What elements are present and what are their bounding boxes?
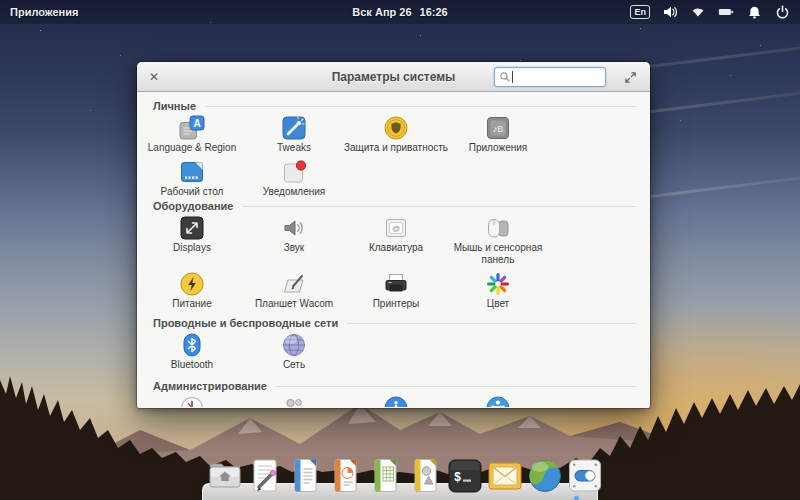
section-header-personal: Личные	[139, 100, 648, 112]
universal-access-icon	[485, 395, 511, 407]
top-panel: Приложения Вск Апр 2616:26 En	[0, 0, 800, 24]
impress-presentation-icon	[326, 456, 364, 500]
svg-text:♪B: ♪B	[493, 124, 504, 134]
search-input[interactable]	[513, 71, 593, 83]
user-accounts-icon	[281, 395, 307, 407]
terminal-icon: $	[446, 456, 484, 500]
keyboard-layout-indicator[interactable]: En	[630, 5, 650, 19]
power-icon[interactable]	[774, 4, 790, 20]
tile-printers[interactable]: Принтеры	[345, 271, 447, 310]
tile-security-privacy[interactable]: Защита и приватность	[345, 115, 447, 154]
files-icon	[206, 456, 244, 500]
dock-impress[interactable]	[325, 456, 364, 500]
dock-mail[interactable]	[485, 456, 524, 500]
desktop-icon	[179, 159, 205, 185]
running-indicator	[574, 496, 579, 500]
search-box[interactable]	[494, 67, 606, 87]
keyboard-icon: @	[383, 215, 409, 241]
dock-browser[interactable]	[525, 456, 564, 500]
panel-time[interactable]: 16:26	[420, 6, 448, 18]
section-header-administration: Администрирование	[139, 380, 648, 392]
date-time-clock-icon	[179, 395, 205, 407]
tile-power[interactable]: Питание	[141, 271, 243, 310]
tile-desktop[interactable]: Рабочий стол	[141, 159, 243, 198]
tile-user-accounts[interactable]	[243, 395, 345, 407]
security-privacy-icon	[383, 115, 409, 141]
tile-date-time[interactable]	[141, 395, 243, 407]
tile-keyboard[interactable]: @ Клавиатура	[345, 215, 447, 254]
tile-mouse-touchpad[interactable]: Мышь и сенсорная панель	[447, 215, 549, 266]
tile-language-region[interactable]: A Language & Region	[141, 115, 243, 154]
tile-color[interactable]: Цвет	[447, 271, 549, 310]
power-settings-icon	[179, 271, 205, 297]
battery-icon[interactable]	[718, 4, 734, 20]
tile-about[interactable]	[345, 395, 447, 407]
svg-text:A: A	[193, 118, 200, 129]
tile-sound[interactable]: Звук	[243, 215, 345, 254]
network-grid: Bluetooth Сеть	[139, 332, 648, 371]
draw-graphics-icon	[406, 456, 444, 500]
svg-text:$: $	[454, 471, 461, 485]
tile-displays[interactable]: Displays	[141, 215, 243, 254]
web-browser-icon	[526, 456, 564, 500]
notifications-icon	[281, 159, 307, 185]
panel-date[interactable]: Вск Апр 26	[352, 6, 411, 18]
applications-icon: ♪B	[485, 115, 511, 141]
dock-writer[interactable]	[285, 456, 324, 500]
system-settings-window: ✕ Параметры системы Личные A	[137, 62, 650, 408]
writer-document-icon	[286, 456, 324, 500]
bluetooth-icon	[179, 332, 205, 358]
language-region-icon: A	[179, 115, 205, 141]
personal-grid: A Language & Region Tweaks Защита и п	[139, 115, 648, 198]
tile-wacom[interactable]: Планшет Wacom	[243, 271, 345, 310]
volume-icon[interactable]	[662, 4, 678, 20]
panel-indicators: En	[630, 4, 790, 20]
dock-draw[interactable]	[405, 456, 444, 500]
tile-notifications[interactable]: Уведомления	[243, 159, 345, 198]
dock-terminal[interactable]: $	[445, 456, 484, 500]
section-header-hardware: Оборудование	[139, 200, 648, 212]
tile-universal-access[interactable]	[447, 395, 549, 407]
tweaks-icon	[281, 115, 307, 141]
tile-tweaks[interactable]: Tweaks	[243, 115, 345, 154]
about-info-icon	[383, 395, 409, 407]
system-settings-icon	[566, 456, 604, 500]
color-icon	[485, 271, 511, 297]
printers-icon	[383, 271, 409, 297]
text-editor-icon	[246, 456, 284, 500]
applications-menu[interactable]: Приложения	[10, 6, 78, 18]
section-header-network: Проводные и беспроводные сети	[139, 317, 648, 329]
tile-bluetooth[interactable]: Bluetooth	[141, 332, 243, 371]
settings-content: Личные A Language & Region Tweaks	[137, 92, 650, 407]
hardware-grid: Displays Звук @ Клавиатура	[139, 215, 648, 310]
dock: $	[205, 456, 604, 500]
dock-files[interactable]	[205, 456, 244, 500]
sound-icon	[281, 215, 307, 241]
search-icon	[499, 71, 511, 83]
dock-text-editor[interactable]	[245, 456, 284, 500]
administration-grid	[139, 395, 648, 407]
maximize-icon[interactable]	[622, 69, 638, 85]
displays-icon	[179, 215, 205, 241]
tile-applications[interactable]: ♪B Приложения	[447, 115, 549, 154]
mail-icon	[486, 456, 524, 500]
wacom-tablet-icon	[281, 271, 307, 297]
calc-spreadsheet-icon	[366, 456, 404, 500]
bell-icon[interactable]	[746, 4, 762, 20]
dock-calc[interactable]	[365, 456, 404, 500]
dock-system-settings[interactable]	[565, 456, 604, 500]
wifi-icon[interactable]	[690, 4, 706, 20]
network-icon	[281, 332, 307, 358]
window-titlebar[interactable]: ✕ Параметры системы	[137, 62, 650, 92]
svg-text:@: @	[392, 224, 400, 233]
tile-network[interactable]: Сеть	[243, 332, 345, 371]
mouse-touchpad-icon	[485, 215, 511, 241]
